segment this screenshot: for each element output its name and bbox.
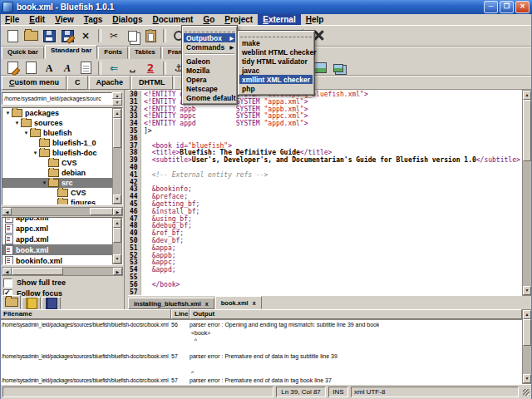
tab-c[interactable]: C [67, 76, 88, 90]
scrollbar-track[interactable] [113, 243, 121, 254]
code-line[interactable]: &debug_bf; [141, 222, 192, 229]
output-row[interactable]: ^ [0, 369, 522, 377]
tab-dhtml[interactable]: DHTML [131, 76, 173, 90]
code-line[interactable]: &appc; [141, 259, 176, 266]
menu-dialogs[interactable]: Dialogs [107, 14, 147, 25]
tab-file-browser[interactable] [2, 295, 21, 309]
code-line[interactable]: &appa; [141, 244, 176, 252]
tree-item-bluefish-1-0[interactable]: bluefish-1_0 [2, 138, 122, 148]
doc-tab-book-xml[interactable]: book.xmlx [215, 296, 262, 309]
tearoff-handle[interactable] [185, 27, 234, 32]
file-list-vertical-scrollbar[interactable] [112, 218, 122, 264]
tree-item-sources[interactable]: ▼sources [2, 118, 122, 128]
expander-icon[interactable]: ▼ [22, 131, 30, 135]
code-line[interactable]: <!ENTITY appc SYSTEM "appc.xml"> [141, 112, 308, 120]
output-row[interactable]: ^ [0, 337, 522, 345]
code-line[interactable] [141, 164, 144, 171]
code-line[interactable]: <title>Bluefish: The Definitive Guide</t… [141, 149, 332, 156]
open-file-icon[interactable] [22, 27, 40, 44]
bold-icon[interactable]: A [40, 60, 58, 76]
menu-help[interactable]: Help [301, 14, 329, 25]
menu-tags[interactable]: Tags [79, 14, 108, 25]
code-line[interactable]: &ref_bf; [141, 229, 184, 237]
code-line[interactable]: &getting_bf; [141, 200, 200, 208]
tree-item-debian[interactable]: debian [2, 168, 122, 178]
scroll-down-icon[interactable] [523, 374, 531, 383]
close-button-icon[interactable] [515, 1, 530, 13]
checkbox-icon[interactable] [3, 278, 12, 288]
column-header-output[interactable]: Output [190, 309, 522, 319]
menu-item-opera[interactable]: Opera [184, 75, 235, 84]
scroll-up-icon[interactable] [523, 310, 531, 319]
output-row[interactable]: <book> [0, 329, 522, 337]
scroll-down-icon[interactable] [113, 195, 121, 204]
expander-icon[interactable]: ▼ [4, 111, 12, 116]
code-line[interactable]: <!ENTITY appb SYSTEM "appb.xml"> [141, 106, 308, 113]
code-line[interactable]: &preface; [141, 193, 188, 200]
italic-icon[interactable]: A [58, 60, 76, 76]
scrollbar-thumb[interactable] [113, 228, 121, 243]
scroll-right-icon[interactable] [113, 208, 122, 215]
save-as-icon[interactable] [58, 27, 76, 44]
menu-item-gnome-default[interactable]: Gnome default [184, 93, 235, 102]
code-line[interactable]: <subtitle>User's, Developer's, and Docum… [141, 156, 520, 164]
scroll-down-icon[interactable] [113, 254, 121, 264]
titlebar[interactable]: book.xml - Bluefish 1.0.1 [0, 0, 532, 14]
tree-item-bluefish-doc[interactable]: ▼bluefish-doc [2, 148, 122, 158]
file-list-horizontal-scrollbar[interactable] [2, 267, 123, 276]
bar-tab-standard-bar[interactable]: Standard bar [45, 45, 97, 59]
paste-icon[interactable] [141, 27, 160, 44]
paragraph-icon[interactable] [76, 60, 95, 76]
output-row[interactable] [0, 361, 522, 369]
file-item-appb-xml[interactable]: appb.xml [2, 217, 122, 223]
minimize-button-icon[interactable] [484, 1, 498, 13]
doc-tab-installing-bluefish-xml[interactable]: installing_bluefish.xmlx [128, 298, 214, 309]
new-document-icon[interactable] [3, 27, 22, 44]
scrollbar-track[interactable] [12, 208, 90, 215]
submenu-item-weblint-html-checker[interactable]: weblint HTML checker [239, 47, 313, 57]
body-icon[interactable] [22, 60, 40, 76]
tree-item-src[interactable]: ▼src [2, 178, 122, 188]
output-row[interactable]: /home/sysadmin_leid/packages/sources/blu… [0, 377, 522, 384]
code-line[interactable]: <!ENTITY appd SYSTEM "appd.xml"> [141, 120, 308, 127]
spin-up-icon[interactable] [112, 92, 122, 99]
code-line[interactable] [141, 135, 144, 142]
column-header-line[interactable]: Line [171, 309, 190, 319]
scrollbar-track[interactable] [113, 148, 121, 195]
code-line[interactable]: &bookinfo; [141, 185, 192, 193]
close-document-icon[interactable]: × [76, 27, 95, 44]
directory-combo[interactable]: /home/sysadmin_leid/packages/sourc [2, 92, 112, 105]
menu-item-outputbox[interactable]: Outputbox▶ [184, 33, 235, 42]
code-line[interactable]: &appb; [141, 252, 176, 259]
scroll-up-icon[interactable] [113, 219, 121, 228]
spin-down-icon[interactable] [112, 99, 122, 106]
scrollbar-thumb[interactable] [90, 208, 113, 215]
show-full-tree-checkbox[interactable]: Show full tree [3, 278, 66, 288]
tearoff-handle[interactable] [240, 32, 312, 37]
expander-icon[interactable]: ▼ [32, 150, 39, 155]
output-row[interactable]: /home/sysadmin_leid/packages/sources/blu… [0, 321, 522, 329]
code-line[interactable]: &using_bf; [141, 215, 192, 223]
menu-file[interactable]: File [0, 14, 24, 25]
code-line[interactable]: &appd; [141, 266, 176, 273]
save-icon[interactable] [40, 27, 58, 44]
tree-item-cvs[interactable]: CVS [2, 158, 122, 168]
scrollbar-thumb[interactable] [523, 100, 531, 161]
file-item-appd-xml[interactable]: appd.xml [2, 234, 122, 244]
menu-document[interactable]: Document [148, 14, 199, 25]
bar-tab-tables[interactable]: Tables [129, 47, 161, 59]
scrollbar-thumb[interactable] [12, 268, 63, 275]
close-tab-icon[interactable]: x [253, 298, 256, 308]
code-line[interactable]: ]> [141, 127, 152, 135]
code-line[interactable]: <!-- External entity refs --> [141, 171, 268, 179]
tree-item-figures[interactable]: figures [2, 198, 122, 205]
scroll-up-icon[interactable] [523, 91, 531, 100]
scroll-left-icon[interactable] [2, 208, 12, 215]
code-line[interactable] [141, 288, 144, 296]
scrollbar-track[interactable] [523, 346, 531, 374]
code-line[interactable] [141, 273, 144, 281]
expander-icon[interactable]: ▼ [41, 180, 48, 185]
tab-reference-2[interactable] [42, 297, 61, 309]
menu-external[interactable]: External [258, 14, 300, 25]
tree-horizontal-scrollbar[interactable] [2, 207, 123, 216]
